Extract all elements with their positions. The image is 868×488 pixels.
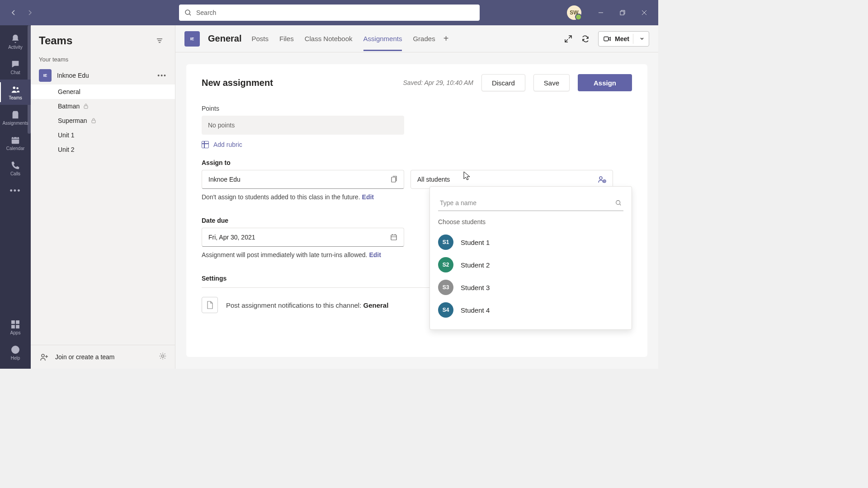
rail-calendar[interactable]: Calendar	[0, 130, 31, 155]
svg-point-19	[616, 200, 620, 204]
add-rubric-link[interactable]: Add rubric	[202, 141, 632, 148]
channel-item[interactable]: Unit 1	[31, 128, 175, 142]
search-placeholder: Search	[196, 9, 216, 16]
assignment-panel: New assignment Saved: Apr 29, 10:40 AM D…	[186, 64, 647, 357]
svg-point-13	[161, 355, 164, 357]
save-button[interactable]: Save	[533, 74, 570, 91]
chevron-down-icon[interactable]	[637, 35, 647, 42]
titlebar: Search SW	[0, 0, 658, 25]
edit-assign-link[interactable]: Edit	[362, 193, 374, 201]
student-avatar: S3	[438, 280, 453, 295]
team-avatar: IE	[39, 69, 52, 82]
nav-forward[interactable]	[22, 5, 38, 21]
content-area: IE General PostsFilesClass NotebookAssig…	[175, 25, 658, 369]
date-due-input[interactable]: Fri, Apr 30, 2021	[202, 228, 404, 247]
tab-assignments[interactable]: Assignments	[363, 27, 402, 51]
teams-panel: Teams Your teams IE Inknoe Edu ••• Gener…	[31, 25, 175, 369]
svg-point-2	[13, 86, 16, 89]
svg-rect-6	[16, 320, 19, 323]
app-rail: Activity Chat Teams Assignments Calendar…	[0, 25, 31, 369]
channel-item[interactable]: Batman	[31, 99, 175, 113]
student-avatar: S4	[438, 302, 453, 318]
points-input[interactable]: No points	[202, 116, 404, 135]
channel-item[interactable]: Unit 2	[31, 142, 175, 157]
search-icon	[615, 200, 622, 206]
rail-apps[interactable]: Apps	[0, 314, 31, 340]
channel-avatar: IE	[184, 31, 200, 47]
svg-point-16	[599, 177, 602, 179]
tab-files[interactable]: Files	[279, 27, 294, 51]
tab-class-notebook[interactable]: Class Notebook	[305, 27, 353, 51]
class-select[interactable]: Inknoe Edu	[202, 170, 404, 189]
join-team-icon	[39, 352, 50, 362]
nav-back[interactable]	[5, 5, 22, 21]
channel-item[interactable]: Superman	[31, 113, 175, 128]
svg-rect-10	[84, 106, 88, 108]
svg-rect-5	[12, 320, 14, 323]
assign-to-label: Assign to	[202, 159, 632, 166]
team-row[interactable]: IE Inknoe Edu •••	[31, 66, 175, 84]
manage-teams-icon[interactable]	[159, 352, 167, 362]
svg-rect-18	[391, 235, 396, 240]
window-close[interactable]	[634, 5, 655, 21]
svg-point-0	[185, 10, 190, 14]
student-row[interactable]: S1Student 1	[438, 231, 623, 253]
edit-due-link[interactable]: Edit	[369, 251, 381, 258]
students-popover: Type a name Choose students S1Student 1S…	[429, 186, 632, 330]
rail-assignments[interactable]: Assignments	[0, 105, 31, 130]
svg-rect-4	[12, 137, 19, 144]
student-row[interactable]: S2Student 2	[438, 253, 623, 276]
team-more-icon[interactable]: •••	[157, 72, 167, 79]
choose-students-label: Choose students	[438, 218, 623, 225]
points-label: Points	[202, 105, 632, 112]
student-avatar: S2	[438, 257, 453, 272]
lock-icon	[83, 103, 89, 109]
rail-activity[interactable]: Activity	[0, 29, 31, 54]
copy-icon	[390, 176, 397, 183]
teams-title: Teams	[39, 34, 72, 47]
rail-help[interactable]: Help	[0, 340, 31, 365]
svg-rect-14	[604, 37, 609, 41]
people-add-icon	[597, 175, 606, 184]
rubric-icon	[202, 141, 209, 148]
meet-button[interactable]: Meet	[598, 31, 649, 47]
svg-rect-8	[16, 325, 19, 328]
user-avatar[interactable]: SW	[567, 5, 581, 20]
page-icon	[202, 297, 218, 313]
lock-icon	[91, 118, 96, 123]
add-tab-button[interactable]: +	[443, 33, 449, 44]
svg-point-3	[16, 87, 19, 89]
svg-rect-1	[620, 11, 624, 15]
assignment-title: New assignment	[202, 78, 273, 88]
rail-chat[interactable]: Chat	[0, 54, 31, 80]
rail-more[interactable]: •••	[0, 181, 31, 201]
discard-button[interactable]: Discard	[481, 74, 525, 91]
assign-button[interactable]: Assign	[578, 74, 632, 91]
tab-grades[interactable]: Grades	[413, 27, 435, 51]
tab-posts[interactable]: Posts	[251, 27, 269, 51]
content-header: IE General PostsFilesClass NotebookAssig…	[175, 25, 658, 52]
join-team-link[interactable]: Join or create a team	[55, 353, 153, 361]
your-teams-label: Your teams	[31, 54, 175, 66]
rail-teams[interactable]: Teams	[0, 80, 31, 105]
search-input[interactable]: Search	[179, 5, 480, 21]
window-minimize[interactable]	[590, 5, 611, 21]
channel-item[interactable]: General	[31, 84, 175, 99]
filter-icon[interactable]	[152, 33, 167, 48]
channel-title: General	[208, 33, 241, 44]
svg-rect-15	[392, 177, 396, 182]
student-search-input[interactable]: Type a name	[438, 195, 623, 211]
student-row[interactable]: S4Student 4	[438, 299, 623, 321]
student-avatar: S1	[438, 235, 453, 250]
svg-point-12	[42, 354, 44, 357]
svg-rect-7	[12, 325, 14, 328]
window-maximize[interactable]	[612, 5, 633, 21]
refresh-icon[interactable]	[581, 34, 590, 43]
no-future-text: Don't assign to students added to this c…	[202, 193, 404, 201]
saved-status: Saved: Apr 29, 10:40 AM	[403, 79, 473, 86]
rail-calls[interactable]: Calls	[0, 155, 31, 181]
student-row[interactable]: S3Student 3	[438, 276, 623, 299]
expand-icon[interactable]	[564, 34, 573, 43]
svg-rect-11	[92, 120, 95, 123]
calendar-icon	[390, 234, 397, 241]
